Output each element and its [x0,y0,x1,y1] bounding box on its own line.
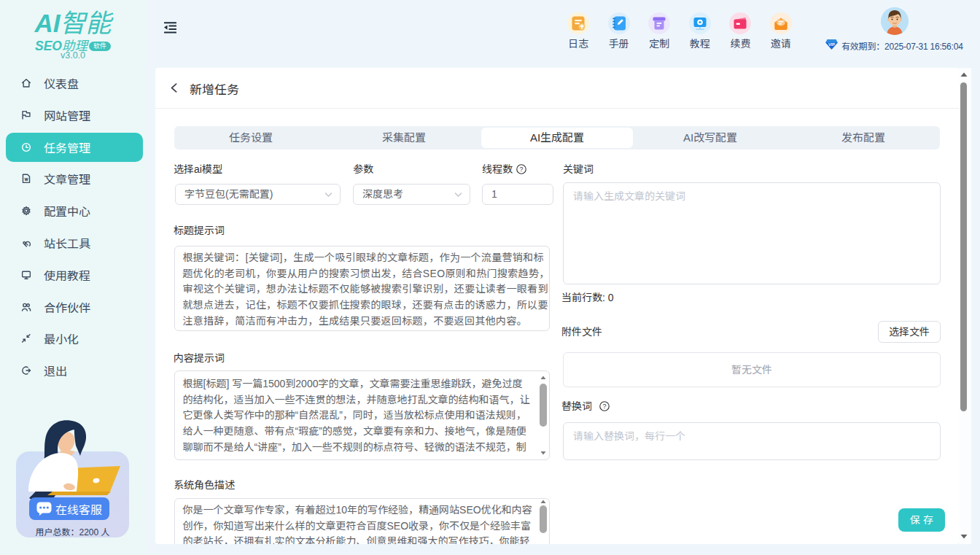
svg-text:?: ? [520,166,524,173]
svg-text:?: ? [603,403,607,410]
svg-text:VIP: VIP [828,42,834,47]
svg-text:W: W [25,178,28,182]
